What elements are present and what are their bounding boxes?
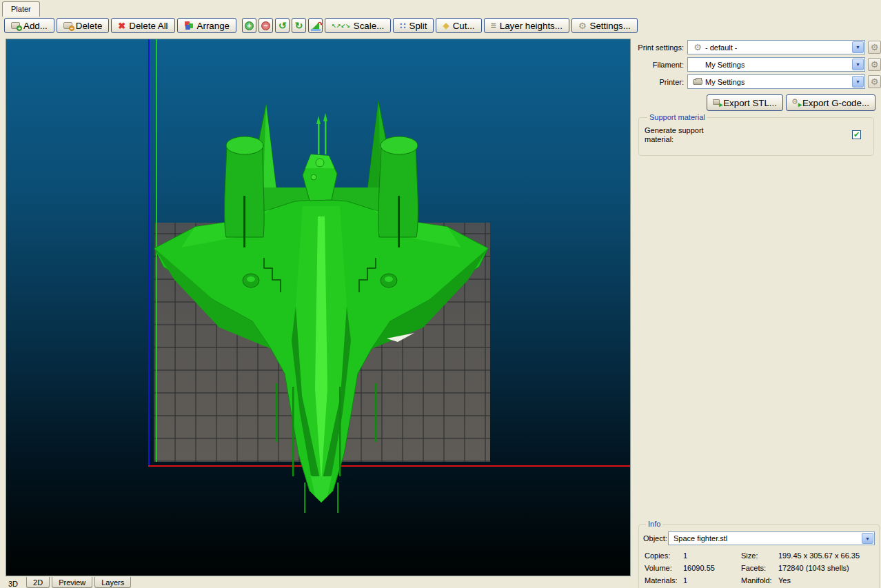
scale-icon: ↖↗ ↙↘ [332,23,350,28]
copies-label: Copies: [645,551,683,560]
add-object-icon: + [11,22,20,29]
split-button-label: Split [409,21,427,31]
print-settings-gear-button[interactable]: ⚙ [868,41,881,54]
printer-select[interactable]: My Settings ▼ [687,74,865,89]
3d-viewport[interactable] [6,39,631,576]
filament-gear-button[interactable]: ⚙ [868,58,881,71]
increase-copies-button[interactable]: + [242,18,256,33]
info-title: Info [646,520,662,528]
tab-plater[interactable]: Plater [2,1,40,17]
volume-value: 16090.55 [683,564,741,572]
arrange-button-label: Arrange [197,21,230,31]
cut-icon: ◆ [443,21,449,30]
size-value: 199.45 x 305.67 x 66.35 [778,551,873,560]
gear-icon: ⚙ [871,59,879,70]
gear-icon: ⚙ [578,21,587,31]
minus-icon: − [261,21,270,30]
filament-row: Filament: My Settings ▼ ⚙ [636,56,881,73]
printer-gear-button[interactable]: ⚙ [868,75,881,88]
mirror-button[interactable]: ↷ [308,18,323,33]
arrange-button[interactable]: Arrange [177,18,236,33]
split-button[interactable]: ∷ Split [393,18,434,33]
chevron-down-icon[interactable]: ▼ [862,533,873,544]
export-stl-icon: ▸ [713,99,721,106]
layer-heights-button-label: Layer heights... [500,21,563,31]
filament-label: Filament: [636,61,684,69]
arrange-icon [184,21,194,30]
add-button-label: Add... [23,21,48,31]
manifold-value: Yes [778,576,873,585]
export-gcode-label: Export G-code... [802,98,869,108]
z-axis-line [148,39,150,465]
facets-label: Facets: [741,564,778,572]
scale-button[interactable]: ↖↗ ↙↘ Scale... [325,18,391,33]
size-label: Size: [741,551,778,560]
support-material-group: Support material Generate support materi… [638,113,874,156]
delete-all-button[interactable]: ✖ Delete All [111,18,174,33]
printer-label: Printer: [636,78,684,86]
copies-value: 1 [683,551,741,560]
slic3r-plater-window: { "window": { "tab_label": "Plater" }, "… [0,0,881,588]
rotate-cw-icon: ↻ [295,21,303,30]
preset-gear-icon: ⚙ [691,42,704,52]
info-grid: Copies: 1 Size: 199.45 x 305.67 x 66.35 … [643,551,875,585]
print-settings-value: - default - [704,43,737,52]
split-icon: ∷ [400,21,405,31]
filament-select[interactable]: My Settings ▼ [687,57,865,72]
decrease-copies-button[interactable]: − [259,18,273,33]
printer-icon [693,79,702,85]
tab-preview[interactable]: Preview [52,577,92,588]
print-settings-label: Print settings: [636,43,684,52]
tab-layers[interactable]: Layers [94,577,131,588]
chevron-down-icon[interactable]: ▼ [852,59,864,70]
info-group: Info Object: Space fighter.stl ▼ Copies:… [638,520,880,588]
plus-icon: + [245,21,254,30]
plater-toolbar: + Add... − Delete ✖ Delete All Arrange +… [4,17,638,34]
rotate-ccw-button[interactable]: ↺ [275,18,290,33]
cut-button[interactable]: ◆ Cut... [436,18,481,33]
check-icon: ✔ [853,131,860,139]
layer-heights-icon: ≡ [491,20,496,31]
object-row: Object: Space fighter.stl ▼ [643,531,875,545]
export-gcode-button[interactable]: ⚙ ▸ Export G-code... [786,94,875,111]
delete-all-icon: ✖ [118,21,125,31]
print-settings-row: Print settings: ⚙ - default - ▼ ⚙ [636,39,881,56]
settings-button[interactable]: ⚙ Settings... [571,18,638,33]
generate-support-checkbox[interactable]: ✔ [852,130,861,139]
delete-button-label: Delete [76,21,103,31]
view-tabs: 3D 2D Preview Layers [0,577,632,588]
materials-value: 1 [683,576,741,585]
materials-label: Materials: [645,576,683,585]
rotate-cw-button[interactable]: ↻ [292,18,306,33]
export-gcode-icon: ⚙ ▸ [792,99,800,106]
scale-button-label: Scale... [354,21,384,31]
chevron-down-icon[interactable]: ▼ [852,76,864,88]
tab-2d[interactable]: 2D [26,577,50,588]
model-space-fighter[interactable] [154,99,489,513]
tab-3d[interactable]: 3D [2,577,24,588]
cut-button-label: Cut... [453,21,475,31]
layer-heights-button[interactable]: ≡ Layer heights... [484,18,569,33]
mirror-icon: ↷ [312,22,319,30]
settings-panel: Print settings: ⚙ - default - ▼ ⚙ Filame… [636,39,881,111]
export-stl-button[interactable]: ▸ Export STL... [707,94,783,111]
object-select[interactable]: Space fighter.stl ▼ [668,531,875,545]
export-stl-label: Export STL... [723,98,777,108]
generate-support-label: Generate support material: [645,126,727,144]
filament-value: My Settings [704,61,745,69]
support-material-title: Support material [647,113,707,121]
delete-button[interactable]: − Delete [57,18,110,33]
printer-row: Printer: My Settings ▼ ⚙ [636,73,881,90]
delete-all-button-label: Delete All [129,21,168,31]
print-settings-select[interactable]: ⚙ - default - ▼ [687,40,865,54]
gear-icon: ⚙ [871,42,879,52]
gear-icon: ⚙ [871,77,879,87]
object-label: Object: [643,534,668,543]
facets-value: 172840 (1043 shells) [778,564,873,572]
volume-label: Volume: [645,564,683,572]
add-button[interactable]: + Add... [4,18,54,33]
manifold-label: Manifold: [741,576,778,585]
printer-value: My Settings [704,78,745,86]
export-row: ▸ Export STL... ⚙ ▸ Export G-code... [636,94,875,111]
chevron-down-icon[interactable]: ▼ [852,41,864,53]
